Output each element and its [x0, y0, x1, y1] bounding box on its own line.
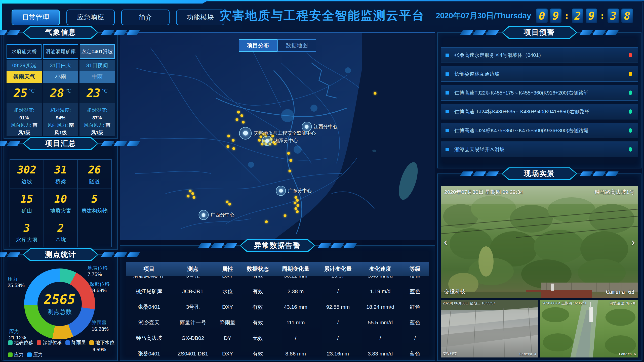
tab-project-distribution[interactable]: 项目分布 [239, 39, 277, 52]
project-dot[interactable] [296, 210, 299, 213]
weather-panel-title: 气象信息 [24, 27, 98, 38]
weather-col-tomorrow-day: 31日白天 小雨 28 ℃ 相对湿度: 94% 风向风力: 南风1级 [43, 60, 78, 136]
cell-point: 雨量计一号 [172, 319, 214, 326]
cell-attribute: DY [214, 335, 241, 341]
warning-list: 张桑高速永定服务区4号滑坡体（0401） 长韶娄道林互通边坡 仁博高速TJ22标… [441, 47, 638, 160]
table-row[interactable]: 湘乡壶天 雨量计一号 降雨量 有效 111 mm / 55.5 mm/d 蓝色 [126, 315, 429, 330]
summary-cell-dam: 3 水库大坝 [10, 218, 44, 247]
nav-function-modules[interactable]: 功能模块 [176, 10, 224, 25]
project-dot[interactable] [226, 201, 229, 203]
camera-thumb-field[interactable]: 2020-06-04 星期四 16:36:41 滑坡治理1号-2号 Camera… [540, 300, 638, 357]
marker-guangdong-center[interactable]: 广东分中心 [276, 186, 312, 196]
tab-data-map[interactable]: 数据地图 [277, 39, 316, 52]
cell-project: 张桑0401 [126, 303, 172, 310]
weather-col-tomorrow-night: 31日夜间 中雨 23 ℃ 相对湿度: 87% 风向风力: 南风1级 [79, 60, 115, 136]
legend-groundwater[interactable]: 地下水位 [89, 339, 114, 346]
alerts-table-body[interactable]: 滑油洞尾矿库 5号孔 DXY 有效 30.12 mm 15.97 5.46 mm… [126, 276, 429, 358]
weather-temp: 23 ℃ [79, 83, 115, 103]
project-dot[interactable] [226, 145, 229, 148]
warning-item[interactable]: 长韶娄道林互通边坡 [441, 66, 638, 82]
project-dot[interactable] [374, 92, 376, 95]
table-row[interactable]: 桃江尾矿库 JCB-JR1 水位 有效 2.38 m / 1.19 m/d 蓝色 [126, 284, 429, 299]
stats-panel-header: 测点统计 [0, 248, 139, 261]
project-dot[interactable] [191, 192, 194, 195]
warning-item[interactable]: 湘潭县天易经开区滑坡 [441, 142, 638, 157]
project-dot[interactable] [284, 214, 287, 217]
project-dot[interactable] [294, 202, 297, 204]
marker-xiangtan-center[interactable]: 湘潭分中心 [262, 136, 298, 146]
weather-time: 31日夜间 [79, 60, 115, 71]
legend-chip [89, 340, 94, 345]
main-camera-view[interactable]: 2020年07月30日 星期四 09:29:34 钟马路高边坡1号 交投科技 C… [441, 186, 638, 298]
project-dot[interactable] [296, 199, 299, 202]
project-dot[interactable] [189, 190, 191, 193]
legend-chip [8, 352, 13, 357]
marker-guangxi-center[interactable]: 广西分中心 [198, 210, 234, 220]
project-dot[interactable] [187, 195, 190, 198]
project-dot[interactable] [294, 196, 297, 199]
clock-digit: 8 [621, 9, 633, 23]
tab-shuifumiao-bridge[interactable]: 水府庙大桥 [7, 44, 42, 59]
bullet-icon [446, 54, 449, 57]
nav-daily-management[interactable]: 日常管理 [12, 10, 60, 25]
cell-level: 橙色 [401, 276, 429, 279]
cell-attribute: DXY [214, 351, 241, 357]
summary-cell-slope: 302 边坡 [10, 160, 44, 189]
camera-timestamp: 2020-06-04 星期四 16:36:41 [542, 301, 587, 306]
table-row[interactable]: 张桑0401 3号孔 DXY 有效 43.16 mm 92.55 mm 18.2… [126, 299, 429, 315]
project-dot[interactable] [237, 111, 240, 113]
warning-item[interactable]: 张桑高速永定服务区4号滑坡体（0401） [441, 47, 638, 63]
weather-detail: 相对湿度: 87% 风向风力: 南风1级 [79, 103, 115, 136]
summary-cell-mine: 15 矿山 [10, 189, 44, 218]
left-accent-bar [0, 0, 2, 30]
warning-item[interactable]: 仁博高速 TJ24标K480+635～K480+940(K941+650)右侧路… [441, 104, 638, 119]
project-dot[interactable] [297, 204, 299, 207]
table-row[interactable]: 滑油洞尾矿库 5号孔 DXY 有效 30.12 mm 15.97 5.46 mm… [126, 276, 429, 284]
digital-clock: 0 9 : 2 9 : 3 8 [536, 9, 633, 23]
bullet-icon [446, 91, 449, 95]
warnings-panel-title: 项目预警 [502, 27, 576, 38]
camera-thumb-slope[interactable]: 2020年06月08日 星期二 16:55:57 交投科技 Camera 4 [441, 300, 538, 357]
project-dot[interactable] [289, 159, 292, 162]
project-dot[interactable] [228, 203, 231, 206]
project-dot[interactable] [235, 118, 238, 121]
cell-level: 红色 [401, 303, 429, 310]
tab-yongding-0401-slope[interactable]: 永定0401滑坡 [80, 44, 115, 59]
cell-level: 蓝色 [401, 350, 429, 357]
camera-photo-slope [441, 300, 538, 357]
legend-pressure[interactable]: 压力 [27, 351, 43, 358]
warning-item[interactable]: 仁博高速TJ22标K455+175～K455+360(K916+200)右侧路堑 [441, 85, 638, 101]
summary-value: 26 [88, 164, 101, 176]
next-camera-arrow[interactable]: › [631, 236, 635, 248]
cell-point: GX-DB02 [172, 335, 214, 341]
summary-cell-geohazard: 10 地质灾害 [44, 189, 78, 218]
summary-value: 2 [57, 222, 64, 234]
project-dot[interactable] [265, 220, 268, 223]
cell-total: 92.55 mm [317, 304, 359, 310]
cell-point: JCB-JR1 [172, 288, 214, 294]
project-dot[interactable] [232, 139, 234, 142]
project-dot[interactable] [242, 121, 245, 123]
project-dot[interactable] [288, 169, 291, 172]
temp-value: 25 [14, 86, 27, 100]
legend-stress[interactable]: 应力 [8, 351, 24, 358]
table-row[interactable]: 张桑0401 ZS0401-DB1 DXY 有效 8.86 mm 23.16mm… [126, 346, 429, 358]
project-dot[interactable] [294, 207, 297, 210]
nav-intro[interactable]: 简介 [121, 10, 170, 25]
warning-item[interactable]: 仁博高速TJ24标K475+360～K475+500(K936+300)右侧路堤 [441, 123, 638, 138]
project-dot[interactable] [227, 135, 230, 138]
project-dot[interactable] [240, 114, 243, 117]
nav-emergency-response[interactable]: 应急响应 [66, 10, 115, 25]
summary-value: 5 [91, 193, 98, 205]
project-dot[interactable] [192, 196, 195, 199]
cell-point: 5号孔 [172, 276, 214, 279]
legend-deep-displacement[interactable]: 深部位移 [37, 339, 62, 346]
donut-label-stress: 应力 21.12% [9, 328, 26, 341]
summary-value: 3 [24, 222, 30, 234]
tab-huayoudong-tailings[interactable]: 滑油洞尾矿库 [43, 44, 78, 59]
table-row[interactable]: 钟马高边坡 GX-DB02 DY 无效 / / / / [126, 330, 429, 346]
project-dot[interactable] [232, 147, 235, 150]
legend-rainfall[interactable]: 降雨量 [65, 339, 86, 346]
project-dot[interactable] [287, 152, 290, 155]
prev-camera-arrow[interactable]: ‹ [444, 236, 448, 248]
